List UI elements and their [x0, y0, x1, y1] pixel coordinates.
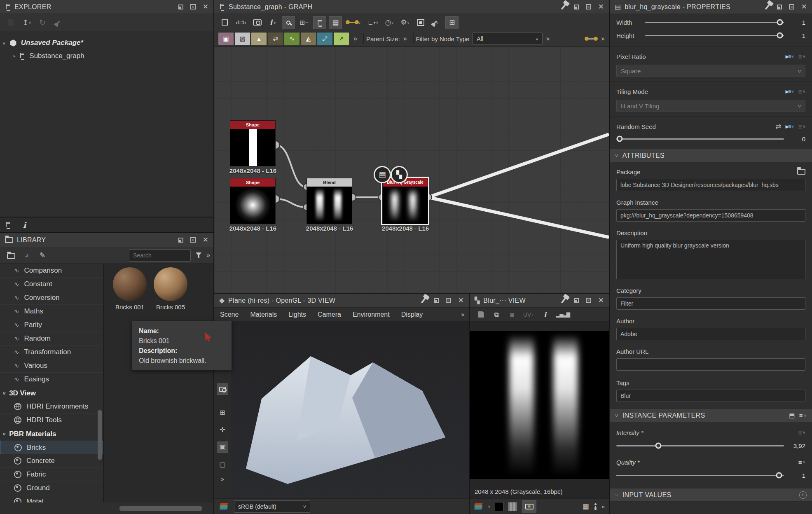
close-icon[interactable]: ✕ — [598, 296, 604, 305]
close-icon[interactable]: ✕ — [203, 236, 208, 244]
pin-icon[interactable] — [421, 297, 426, 303]
pin-icon[interactable] — [561, 4, 566, 9]
hierarchy-tab-icon[interactable] — [5, 222, 11, 228]
parameter-menu-icon[interactable]: ≡∨ — [798, 53, 805, 60]
fit-view-button[interactable] — [218, 16, 231, 29]
transform-button[interactable]: ✛ — [217, 424, 228, 436]
library-item[interactable]: ∿Random — [0, 332, 103, 346]
menu-materials[interactable]: Materials — [244, 311, 283, 318]
connector-options-icon[interactable] — [587, 38, 595, 40]
node-badge-description-icon[interactable]: ▤ — [374, 166, 391, 183]
parameter-menu-icon[interactable]: ≡∨ — [798, 429, 805, 436]
more-icon[interactable]: » — [206, 252, 210, 259]
search-input[interactable] — [129, 249, 191, 262]
export-button[interactable]: ↥∨ — [20, 16, 33, 29]
menu-lights[interactable]: Lights — [283, 311, 312, 318]
intensity-value[interactable]: 3,92 — [788, 442, 805, 449]
maximize-icon[interactable] — [190, 4, 196, 9]
quality-slider[interactable] — [616, 475, 784, 476]
maximize-icon[interactable] — [586, 298, 591, 303]
snapshot-button[interactable] — [250, 16, 264, 29]
toolbar-overflow-icon[interactable]: » — [601, 35, 605, 42]
author-url-field[interactable] — [616, 358, 805, 371]
library-item[interactable]: ∿Various — [0, 359, 103, 373]
colorspace-layers-icon[interactable] — [474, 503, 484, 510]
library-item[interactable]: ∿Easings — [0, 373, 103, 386]
graph-instance-field[interactable]: pkg:///blur_hq_grayscale?dependency=1508… — [616, 209, 805, 222]
float-icon[interactable] — [434, 298, 439, 303]
asset-thumbnail-bricks-001[interactable] — [113, 267, 147, 301]
library-item[interactable]: ∿Constant — [0, 278, 103, 291]
rerender-button[interactable]: ◙ — [505, 308, 519, 321]
new-folder-button[interactable] — [5, 249, 18, 262]
width-slider[interactable] — [645, 22, 784, 23]
pin-icon[interactable] — [765, 4, 770, 9]
menu-camera[interactable]: Camera — [312, 311, 347, 318]
search-button[interactable] — [282, 16, 295, 29]
bottom-overflow-icon[interactable]: » — [601, 503, 605, 509]
viewport-3d[interactable] — [231, 322, 469, 498]
tools-button[interactable]: ⚙∨ — [398, 16, 412, 29]
close-icon[interactable]: ✕ — [203, 2, 208, 11]
width-value[interactable]: 1 — [788, 19, 805, 26]
uv-grid-button[interactable]: ⊞ — [217, 407, 228, 418]
pie-filter-button[interactable]: ◕ — [20, 249, 33, 262]
library-item[interactable]: Concrete — [0, 454, 103, 468]
filter-transform-icon[interactable]: ⤢ — [317, 33, 332, 45]
filter-more-icon[interactable]: » — [546, 35, 550, 42]
histogram-button[interactable]: ▂▅▃▇ — [554, 308, 572, 321]
float-icon[interactable] — [574, 298, 579, 303]
expose-function-icon[interactable]: ▶∨ — [786, 124, 794, 129]
link-routing-button[interactable]: ∟•∨ — [365, 16, 381, 29]
reload-button[interactable]: ↻ — [36, 16, 49, 29]
zoom-1-1-button[interactable]: ‹1:1› — [234, 16, 248, 29]
library-item[interactable]: Metal — [0, 495, 103, 502]
maximize-icon[interactable] — [190, 237, 196, 243]
graph-canvas[interactable]: Shape 2048x2048 - L16 Shape 2048x2048 - … — [214, 47, 609, 293]
library-group-3d-view[interactable]: ∨3D View — [0, 386, 103, 400]
section-menu-icon[interactable]: ≡∨ — [799, 412, 807, 419]
add-input-icon[interactable]: + — [799, 491, 807, 499]
menu-overflow-icon[interactable]: » — [461, 311, 465, 318]
attributes-section-header[interactable]: ∨ATTRIBUTES — [610, 149, 812, 162]
parent-size-more-icon[interactable]: » — [403, 35, 407, 42]
library-item-bricks[interactable]: Bricks — [0, 441, 103, 454]
close-icon[interactable]: ✕ — [458, 296, 464, 305]
library-item[interactable]: ∿Comparison — [0, 264, 103, 278]
resize-node-button[interactable]: ⊞− — [297, 16, 311, 29]
image-info-button[interactable]: i — [538, 308, 552, 321]
float-icon[interactable] — [178, 238, 183, 243]
author-field[interactable]: Adobe — [616, 328, 805, 340]
viewport-2d[interactable]: 2048 x 2048 (Grayscale, 16bpc) — [470, 322, 609, 498]
maximize-icon[interactable] — [446, 298, 451, 303]
filter-gradient-icon[interactable]: ◭ — [301, 33, 316, 45]
maximize-icon[interactable] — [789, 4, 794, 9]
pin-icon[interactable] — [561, 297, 566, 303]
display-monitor-button[interactable] — [522, 500, 536, 513]
close-icon[interactable]: ✕ — [598, 2, 604, 11]
intensity-slider[interactable] — [616, 445, 784, 446]
clean-button[interactable] — [51, 16, 65, 29]
float-icon[interactable] — [178, 5, 183, 9]
filter-curve-icon[interactable]: ∿ — [284, 33, 300, 45]
tags-field[interactable]: Blur — [616, 390, 805, 402]
save-image-button[interactable] — [474, 308, 487, 321]
description-field[interactable]: Uniform high quality blur grayscale vers… — [616, 240, 805, 279]
float-icon[interactable] — [777, 5, 782, 9]
thumbnail-mode-button[interactable] — [414, 16, 427, 29]
browse-folder-icon[interactable] — [797, 169, 805, 175]
parameter-menu-icon[interactable]: ≡∨ — [798, 88, 805, 95]
preset-bookmark-icon[interactable]: ⬒ — [789, 412, 795, 418]
save-button[interactable] — [5, 16, 18, 29]
filter-normal-icon[interactable]: ↗ — [334, 33, 349, 45]
parameter-menu-icon[interactable]: ≡∨ — [798, 459, 805, 466]
background-stripes-swatch[interactable] — [508, 502, 517, 511]
info-display-button[interactable]: i∨ — [266, 16, 279, 29]
tree-item-package[interactable]: ∨ ⬢ Unsaved Package* — [2, 36, 213, 49]
node-blend[interactable]: Blend — [307, 178, 352, 224]
height-slider[interactable] — [645, 35, 784, 36]
info-tab-icon[interactable]: i — [23, 220, 26, 229]
solid-cube-button[interactable]: ▣ — [217, 442, 228, 453]
filter-channels-icon[interactable]: ⇄ — [268, 33, 283, 45]
node-type-filter-dropdown[interactable]: All∨ — [473, 33, 543, 45]
